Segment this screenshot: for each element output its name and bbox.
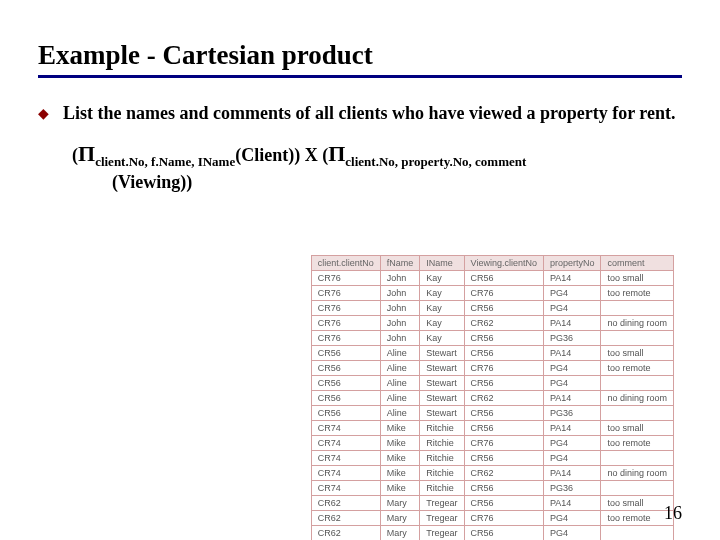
table-cell: Kay — [420, 271, 464, 286]
table-cell: PA14 — [543, 421, 601, 436]
bullet-icon: ◆ — [38, 105, 49, 125]
table-cell — [601, 331, 674, 346]
table-cell: Mike — [380, 421, 420, 436]
table-cell: Mike — [380, 466, 420, 481]
table-cell: CR76 — [311, 271, 380, 286]
table-cell: CR76 — [311, 316, 380, 331]
table-cell: too remote — [601, 511, 674, 526]
table-cell: too remote — [601, 436, 674, 451]
table-cell: PG4 — [543, 511, 601, 526]
table-header: comment — [601, 256, 674, 271]
table-row: CR74MikeRitchieCR62PA14no dining room — [311, 466, 673, 481]
table-cell: Mary — [380, 511, 420, 526]
table-cell — [601, 376, 674, 391]
table-cell: PA14 — [543, 316, 601, 331]
table-cell: John — [380, 331, 420, 346]
table-cell: John — [380, 316, 420, 331]
table-row: CR56AlineStewartCR76PG4too remote — [311, 361, 673, 376]
table-cell: CR76 — [464, 436, 543, 451]
table-cell: CR56 — [464, 271, 543, 286]
table-row: CR76JohnKayCR56PA14too small — [311, 271, 673, 286]
table-cell: CR74 — [311, 481, 380, 496]
table-cell: Mike — [380, 481, 420, 496]
table-cell: Kay — [420, 301, 464, 316]
table-row: CR76JohnKayCR56PG36 — [311, 331, 673, 346]
table-cell: too remote — [601, 286, 674, 301]
table-row: CR74MikeRitchieCR56PG4 — [311, 451, 673, 466]
table-cell: CR74 — [311, 466, 380, 481]
table-cell: Aline — [380, 391, 420, 406]
table-cell: Stewart — [420, 361, 464, 376]
table-cell: PG4 — [543, 451, 601, 466]
table-cell: Mike — [380, 436, 420, 451]
table-cell: PG36 — [543, 406, 601, 421]
table-cell: CR74 — [311, 436, 380, 451]
table-cell: CR56 — [464, 346, 543, 361]
table-cell: Mary — [380, 526, 420, 541]
table-cell: CR76 — [311, 331, 380, 346]
table-cell: CR56 — [464, 301, 543, 316]
table-cell: Aline — [380, 376, 420, 391]
table-header: fName — [380, 256, 420, 271]
table-cell: Kay — [420, 286, 464, 301]
table-header: client.clientNo — [311, 256, 380, 271]
table-cell: John — [380, 271, 420, 286]
table-cell: PA14 — [543, 346, 601, 361]
table-row: CR56AlineStewartCR62PA14no dining room — [311, 391, 673, 406]
table-cell: CR74 — [311, 421, 380, 436]
table-cell: Stewart — [420, 391, 464, 406]
table-cell: CR56 — [464, 376, 543, 391]
table-cell: PG4 — [543, 436, 601, 451]
table-header: IName — [420, 256, 464, 271]
result-table: client.clientNofNameINameViewing.clientN… — [311, 255, 674, 540]
table-cell: Mike — [380, 451, 420, 466]
slide-title: Example - Cartesian product — [38, 40, 682, 78]
table-cell: Kay — [420, 316, 464, 331]
table-cell: CR62 — [464, 316, 543, 331]
table-row: CR56AlineStewartCR56PG36 — [311, 406, 673, 421]
table-cell: John — [380, 301, 420, 316]
table-cell: CR56 — [464, 451, 543, 466]
table-cell: CR76 — [311, 286, 380, 301]
table-row: CR76JohnKayCR62PA14no dining room — [311, 316, 673, 331]
table-row: CR56AlineStewartCR56PA14too small — [311, 346, 673, 361]
table-cell — [601, 406, 674, 421]
table-cell: PG4 — [543, 361, 601, 376]
table-cell: Ritchie — [420, 421, 464, 436]
table-row: CR62MaryTregearCR56PG4 — [311, 526, 673, 541]
table-cell: Tregear — [420, 496, 464, 511]
table-row: CR62MaryTregearCR56PA14too small — [311, 496, 673, 511]
table-cell: PG4 — [543, 301, 601, 316]
table-cell — [601, 481, 674, 496]
table-row: CR74MikeRitchieCR56PA14too small — [311, 421, 673, 436]
table-cell: CR56 — [464, 526, 543, 541]
table-cell: Aline — [380, 406, 420, 421]
table-cell: CR62 — [311, 511, 380, 526]
table-cell: CR76 — [464, 511, 543, 526]
table-cell: Tregear — [420, 511, 464, 526]
bullet-text: List the names and comments of all clien… — [63, 102, 675, 125]
table-cell: too remote — [601, 361, 674, 376]
table-cell: PA14 — [543, 271, 601, 286]
table-cell: CR56 — [311, 406, 380, 421]
table-header: Viewing.clientNo — [464, 256, 543, 271]
table-cell: Tregear — [420, 526, 464, 541]
table-cell — [601, 526, 674, 541]
table-cell: CR62 — [464, 391, 543, 406]
table-cell: CR56 — [311, 361, 380, 376]
table-cell: Kay — [420, 331, 464, 346]
table-cell: Ritchie — [420, 436, 464, 451]
table-cell: CR56 — [464, 406, 543, 421]
table-row: CR74MikeRitchieCR56PG36 — [311, 481, 673, 496]
table-cell: CR62 — [464, 466, 543, 481]
table-cell: CR56 — [311, 346, 380, 361]
table-row: CR74MikeRitchieCR76PG4too remote — [311, 436, 673, 451]
table-cell: PG4 — [543, 376, 601, 391]
table-cell: Ritchie — [420, 451, 464, 466]
table-cell: PG36 — [543, 481, 601, 496]
table-cell: Stewart — [420, 406, 464, 421]
table-cell: too small — [601, 496, 674, 511]
table-cell: PA14 — [543, 466, 601, 481]
table-cell — [601, 301, 674, 316]
table-row: CR56AlineStewartCR56PG4 — [311, 376, 673, 391]
